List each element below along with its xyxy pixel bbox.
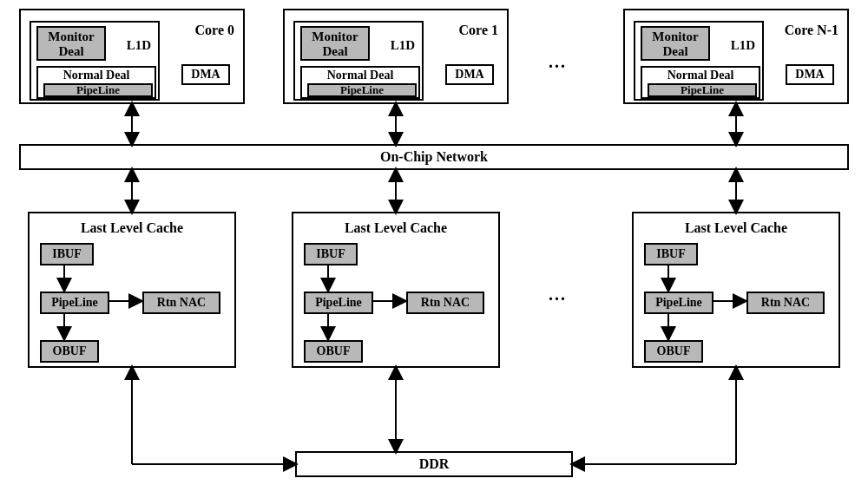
dma-box: DMA bbox=[181, 64, 230, 85]
l1d-box: L1D MonitorDeal Normal Deal PipeLine bbox=[634, 21, 764, 101]
pipeline-label: PipeLine bbox=[43, 83, 153, 97]
dma-box: DMA bbox=[445, 64, 494, 85]
ellipsis: ... bbox=[549, 52, 567, 72]
llc-pipeline: PipeLine bbox=[644, 292, 713, 314]
llc-pipeline: PipeLine bbox=[40, 292, 109, 314]
normal-deal-label: Normal Deal bbox=[38, 69, 155, 82]
ibuf: IBUF bbox=[304, 243, 358, 265]
l1d-label: L1D bbox=[127, 38, 151, 53]
core-title: Core 1 bbox=[459, 23, 498, 38]
normal-deal-box: Normal Deal PipeLine bbox=[36, 66, 156, 99]
dma-box: DMA bbox=[786, 64, 834, 85]
llc-title: Last Level Cache bbox=[634, 220, 838, 236]
l1d-box: L1D MonitorDeal Normal Deal PipeLine bbox=[30, 21, 160, 101]
ibuf: IBUF bbox=[644, 243, 698, 265]
llc-pipeline: PipeLine bbox=[304, 292, 373, 314]
l1d-box: L1D MonitorDeal Normal Deal PipeLine bbox=[293, 21, 424, 101]
normal-deal-box: Normal Deal PipeLine bbox=[300, 66, 420, 99]
core-title: Core 0 bbox=[195, 23, 234, 38]
monitor-deal: MonitorDeal bbox=[36, 26, 106, 61]
rtn-nac: Rtn NAC bbox=[142, 292, 220, 314]
llc-1-box: Last Level Cache IBUF PipeLine Rtn NAC O… bbox=[292, 212, 500, 368]
monitor-deal: MonitorDeal bbox=[641, 26, 710, 61]
pipeline-label: PipeLine bbox=[648, 83, 757, 97]
ellipsis: ... bbox=[549, 285, 567, 305]
normal-deal-label: Normal Deal bbox=[302, 69, 418, 82]
obuf: OBUF bbox=[644, 340, 703, 363]
core-0-box: Core 0 L1D MonitorDeal Normal Deal PipeL… bbox=[19, 9, 245, 104]
core-1-box: Core 1 L1D MonitorDeal Normal Deal PipeL… bbox=[283, 9, 509, 104]
llc-2-box: Last Level Cache IBUF PipeLine Rtn NAC O… bbox=[632, 212, 840, 368]
llc-title: Last Level Cache bbox=[30, 220, 234, 236]
llc-0-box: Last Level Cache IBUF PipeLine Rtn NAC O… bbox=[28, 212, 236, 368]
on-chip-network: On-Chip Network bbox=[19, 144, 849, 170]
core-title: Core N-1 bbox=[785, 23, 838, 38]
llc-title: Last Level Cache bbox=[293, 220, 498, 236]
ibuf: IBUF bbox=[40, 243, 94, 265]
l1d-label: L1D bbox=[391, 38, 415, 53]
monitor-deal: MonitorDeal bbox=[300, 26, 370, 61]
ddr-box: DDR bbox=[295, 451, 573, 477]
obuf: OBUF bbox=[40, 340, 99, 363]
l1d-label: L1D bbox=[731, 38, 755, 53]
rtn-nac: Rtn NAC bbox=[406, 292, 484, 314]
normal-deal-box: Normal Deal PipeLine bbox=[641, 66, 760, 99]
rtn-nac: Rtn NAC bbox=[746, 292, 825, 314]
normal-deal-label: Normal Deal bbox=[642, 69, 759, 82]
core-n-1-box: Core N-1 L1D MonitorDeal Normal Deal Pip… bbox=[623, 9, 849, 104]
pipeline-label: PipeLine bbox=[307, 83, 417, 97]
obuf: OBUF bbox=[304, 340, 363, 363]
